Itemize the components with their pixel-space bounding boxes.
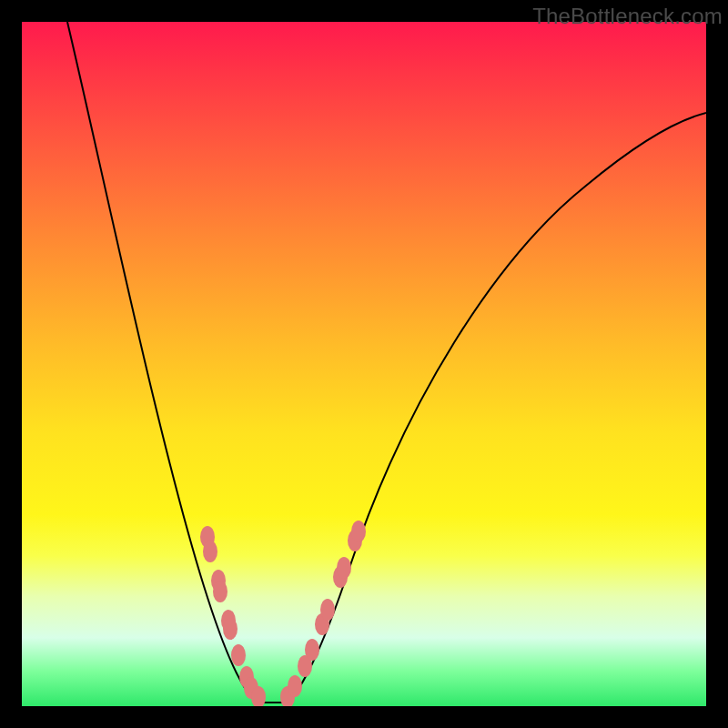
chart-overlay — [22, 22, 706, 706]
marker-left-1 — [203, 541, 217, 562]
watermark-text: TheBottleneck.com — [532, 4, 723, 29]
bottleneck-curve — [67, 22, 706, 703]
markers-right-group — [280, 521, 366, 706]
marker-right-5 — [320, 599, 335, 621]
markers-left-group — [200, 526, 266, 706]
marker-right-9 — [351, 521, 366, 542]
marker-left-3 — [213, 581, 228, 602]
marker-right-3 — [305, 639, 319, 661]
marker-right-1 — [288, 675, 302, 697]
marker-left-6 — [231, 644, 246, 666]
marker-right-7 — [337, 557, 351, 579]
marker-left-5 — [223, 618, 238, 640]
